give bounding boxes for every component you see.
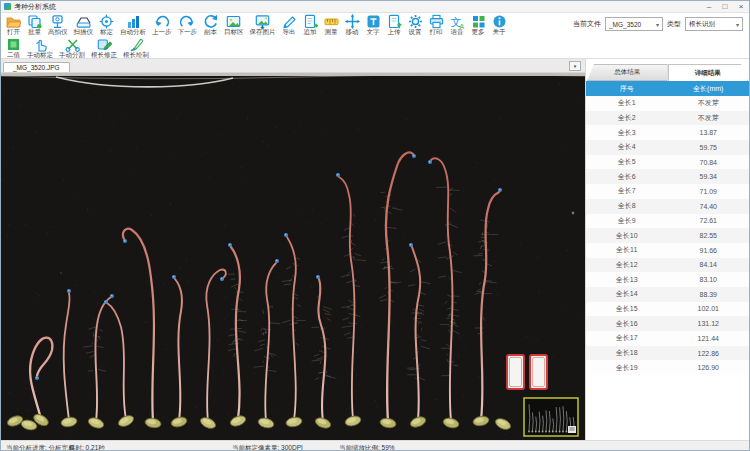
row-index-cell: 全长9: [586, 214, 668, 229]
doc-camera-button[interactable]: 高拍仪: [45, 14, 71, 35]
toolbar-button-label: 批量: [28, 28, 41, 35]
row-length-cell: 不发芽: [668, 111, 750, 126]
row-index-cell: 全长14: [586, 287, 668, 302]
settings-button[interactable]: 设置: [405, 14, 426, 35]
table-row[interactable]: 全长16131.12: [586, 316, 749, 331]
redo-button[interactable]: 下一步: [175, 14, 201, 35]
chevron-down-icon: ▾: [656, 21, 659, 28]
row-length-cell: 91.66: [668, 243, 750, 258]
table-row[interactable]: 全长17121.44: [586, 331, 749, 346]
row-index-cell: 全长2: [586, 111, 668, 126]
tab-overall-results[interactable]: 总体结果: [587, 64, 668, 81]
open-folder-icon: [6, 14, 21, 28]
type-label: 类型: [667, 19, 681, 29]
copy-button[interactable]: 副本: [200, 14, 221, 35]
close-button[interactable]: ×: [733, 1, 749, 12]
row-length-cell: 126.90: [668, 360, 750, 375]
print-button[interactable]: 打印: [426, 14, 447, 35]
row-length-cell: 82.55: [668, 228, 750, 243]
about-button[interactable]: 关于: [489, 14, 510, 35]
save-image-button[interactable]: 保存图片: [247, 14, 279, 35]
text-button[interactable]: 文字: [363, 14, 384, 35]
manual-calibrate-button[interactable]: 手动标定: [24, 37, 56, 58]
binary-button[interactable]: 二值: [3, 37, 24, 58]
row-index-cell: 全长1: [586, 96, 668, 111]
export-button[interactable]: 导出: [279, 14, 300, 35]
row-length-cell: 88.39: [668, 287, 750, 302]
table-row[interactable]: 全长570.84: [586, 155, 749, 170]
calibrate-button[interactable]: 标定: [96, 14, 117, 35]
row-length-cell: 不发芽: [668, 96, 750, 111]
toolbar-button-label: 高拍仪: [48, 28, 68, 35]
row-index-cell: 全长7: [586, 184, 668, 199]
table-row[interactable]: 全长19126.90: [586, 360, 749, 375]
settings-icon: [408, 14, 423, 28]
row-length-cell: 71.09: [668, 184, 750, 199]
column-header-length: 全长(mm): [668, 81, 750, 96]
table-row[interactable]: 全长1488.39: [586, 287, 749, 302]
table-row[interactable]: 全长18122.86: [586, 346, 749, 361]
save-image-icon: [255, 14, 270, 28]
row-length-cell: 83.10: [668, 272, 750, 287]
current-file-dropdown[interactable]: _MG_3520 ▾: [605, 17, 663, 31]
row-index-cell: 全长12: [586, 258, 668, 273]
export-icon: [282, 14, 297, 28]
row-index-cell: 全长8: [586, 199, 668, 214]
results-table-body: 全长1不发芽全长2不发芽全长313.87全长459.75全长570.84全长65…: [586, 96, 749, 375]
results-table: 序号 全长(mm) 全长1不发芽全长2不发芽全长313.87全长459.75全长…: [586, 81, 749, 375]
minimize-button[interactable]: –: [701, 1, 717, 12]
table-row[interactable]: 全长313.87: [586, 125, 749, 140]
more-icon: [471, 14, 486, 28]
maximize-button[interactable]: □: [717, 1, 733, 12]
table-row[interactable]: 全长1383.10: [586, 272, 749, 287]
row-length-cell: 59.75: [668, 140, 750, 155]
move-button[interactable]: 移动: [342, 14, 363, 35]
toolbar-button-label: 上传: [388, 28, 401, 35]
table-row[interactable]: 全长1284.14: [586, 258, 749, 273]
table-row[interactable]: 全长1不发芽: [586, 96, 749, 111]
manual-split-button[interactable]: 手动分割: [56, 37, 88, 58]
open-folder-button[interactable]: 打开: [3, 14, 24, 35]
print-icon: [429, 14, 444, 28]
batch-button[interactable]: 批量: [24, 14, 45, 35]
specimen-photo[interactable]: [1, 73, 585, 440]
table-row[interactable]: 全长459.75: [586, 140, 749, 155]
table-row[interactable]: 全长771.09: [586, 184, 749, 199]
binary-icon: [6, 37, 21, 51]
target-region-button[interactable]: 目标区: [221, 14, 247, 35]
type-dropdown[interactable]: 根长识别 ▾: [685, 17, 743, 31]
table-row[interactable]: 全长1191.66: [586, 243, 749, 258]
row-length-cell: 121.44: [668, 331, 750, 346]
document-tab[interactable]: _MG_3520.JPG: [3, 62, 70, 72]
table-row[interactable]: 全长972.61: [586, 214, 749, 229]
table-row[interactable]: 全长874.40: [586, 199, 749, 214]
status-item-2: 当前标定像素量: 300DPI: [232, 444, 303, 451]
table-row[interactable]: 全长15102.01: [586, 302, 749, 317]
toolbar-button-label: 根长绘制: [123, 51, 149, 58]
toolbar-button-label: 关于: [493, 28, 506, 35]
status-item-3: 当前缩放比例: 59%: [339, 444, 395, 451]
scanner-button[interactable]: 扫描仪: [71, 14, 97, 35]
navigator-thumbnail[interactable]: [524, 398, 578, 436]
toolbar-button-label: 根长修正: [91, 51, 117, 58]
root-correct-button[interactable]: 根长修正: [88, 37, 120, 58]
append-button[interactable]: 追加: [300, 14, 321, 35]
more-button[interactable]: 更多: [468, 14, 489, 35]
workspace: _MG_3520.JPG ▾ 总体结果 详细结果 序号 全长(mm): [1, 59, 749, 440]
table-row[interactable]: 全长2不发芽: [586, 111, 749, 126]
toolbar-button-label: 更多: [472, 28, 485, 35]
root-draw-button[interactable]: 根长绘制: [120, 37, 152, 58]
toolbar-button-label: 二值: [7, 51, 20, 58]
tab-detailed-results[interactable]: 详细结果: [668, 64, 749, 81]
table-row[interactable]: 全长659.34: [586, 169, 749, 184]
table-row[interactable]: 全长1082.55: [586, 228, 749, 243]
toolbar-button-label: 语音: [451, 28, 464, 35]
tab-list-dropdown[interactable]: ▾: [569, 61, 581, 71]
upload-button[interactable]: 上传: [384, 14, 405, 35]
row-length-cell: 13.87: [668, 125, 750, 140]
auto-analyze-button[interactable]: 自动分析: [117, 14, 149, 35]
toolbar-row1: 打开批量高拍仪扫描仪标定自动分析上一步下一步副本目标区保存图片导出追加测量移动文…: [1, 13, 749, 36]
undo-button[interactable]: 上一步: [149, 14, 175, 35]
measure-button[interactable]: 测量: [321, 14, 342, 35]
voice-button[interactable]: 文A语音: [447, 14, 468, 35]
